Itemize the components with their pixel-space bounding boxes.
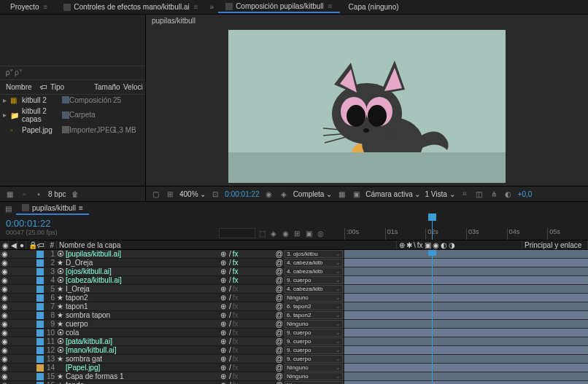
layer-row[interactable]: ◉13★sombra gat	[0, 355, 219, 364]
zoom-dropdown[interactable]: 400% ⌄	[179, 190, 206, 198]
project-item[interactable]: ▸📁kitbull 2 capasCarpeta	[0, 106, 145, 125]
layer-label[interactable]	[36, 338, 44, 345]
layer-row[interactable]: ◉11⦿[pata/kitbull.ai]	[0, 337, 219, 346]
layer-track[interactable]	[344, 302, 588, 311]
visibility-toggle[interactable]: ◉	[0, 267, 9, 275]
time-ruler[interactable]: :00s01s02s03s04s05s	[344, 228, 588, 240]
layer-row[interactable]: ◉14[Papel.jpg]	[0, 364, 219, 372]
layer-label[interactable]	[36, 277, 44, 284]
views-dropdown[interactable]: 1 Vista ⌄	[425, 190, 454, 198]
layer-row[interactable]: ◉6★tapon2	[0, 294, 219, 302]
layer-label[interactable]	[36, 347, 44, 354]
mask-toggle-icon[interactable]: ▢	[150, 189, 160, 199]
parent-dropdown[interactable]: Ninguno	[285, 320, 343, 328]
layer-track[interactable]	[344, 337, 588, 346]
layer-row[interactable]: ◉16★fondo	[0, 381, 219, 384]
pickwhip-icon[interactable]: @	[276, 381, 283, 384]
comp-icon[interactable]: ▪	[34, 189, 44, 199]
pickwhip-icon[interactable]: @	[276, 294, 283, 302]
layer-row[interactable]: ◉5★I_Oreja	[0, 285, 219, 294]
playhead[interactable]	[432, 215, 433, 240]
frame-blend-icon[interactable]: ◈	[268, 228, 279, 238]
transparency-icon[interactable]: ▦	[336, 189, 347, 199]
layer-label[interactable]	[36, 251, 44, 258]
exposure-value[interactable]: +0,0	[518, 190, 533, 198]
visibility-toggle[interactable]: ◉	[0, 329, 9, 337]
visibility-toggle[interactable]: ◉	[0, 364, 9, 372]
timeline-tab[interactable]: pupilas/kitbull≡	[16, 203, 89, 215]
layer-row[interactable]: ◉15★Capa de formas 1	[0, 372, 219, 381]
snapshot-icon[interactable]: ◉	[264, 189, 274, 199]
layer-row[interactable]: ◉7★tapon1	[0, 302, 219, 311]
visibility-toggle[interactable]: ◉	[0, 294, 9, 302]
pixel-icon[interactable]: ◫	[474, 189, 484, 199]
col-velocity[interactable]: Veloci	[120, 82, 142, 93]
layer-row[interactable]: ◉2★D_Oreja	[0, 259, 219, 267]
layer-track[interactable]	[344, 285, 588, 294]
visibility-toggle[interactable]: ◉	[0, 381, 9, 384]
col-name[interactable]: Nombre	[3, 82, 37, 93]
layer-track[interactable]	[344, 346, 588, 355]
visibility-toggle[interactable]: ◉	[0, 259, 9, 267]
parent-dropdown[interactable]: Ninguno	[285, 372, 343, 380]
layer-label[interactable]	[36, 321, 44, 328]
visibility-toggle[interactable]: ◉	[0, 276, 9, 284]
parent-dropdown[interactable]: 6. tapon2	[285, 311, 343, 319]
layer-track[interactable]	[344, 355, 588, 364]
layer-row[interactable]: ◉12⦿[mano/kitbull.ai]	[0, 346, 219, 355]
visibility-toggle[interactable]: ◉	[0, 355, 9, 363]
parent-dropdown[interactable]: Ninguno	[285, 364, 343, 372]
visibility-toggle[interactable]: ◉	[0, 320, 9, 328]
pickwhip-icon[interactable]: @	[276, 302, 283, 310]
layer-track[interactable]	[344, 267, 588, 276]
pickwhip-icon[interactable]: @	[276, 355, 283, 363]
visibility-toggle[interactable]: ◉	[0, 337, 9, 345]
visibility-toggle[interactable]: ◉	[0, 302, 9, 310]
visibility-toggle[interactable]: ◉	[0, 285, 9, 293]
layer-label[interactable]	[36, 268, 44, 275]
folder-icon[interactable]: ▫	[19, 189, 29, 199]
current-time[interactable]: 0:00:01:22	[225, 190, 259, 198]
roi-icon[interactable]: ◈	[279, 189, 289, 199]
visibility-toggle[interactable]: ◉	[0, 346, 9, 354]
layer-track[interactable]	[344, 329, 588, 337]
layer-label[interactable]	[36, 356, 44, 363]
layer-row[interactable]: ◉1⦿[pupilas/kitbull.ai]	[0, 250, 219, 259]
parent-dropdown[interactable]: 9. cuerpo	[285, 355, 343, 363]
grid-icon[interactable]: ⊞	[165, 189, 175, 199]
timeline-search[interactable]	[219, 228, 255, 238]
aspect-icon[interactable]: ⊡	[210, 189, 220, 199]
parent-dropdown[interactable]: 6. tapon2	[285, 302, 343, 310]
pickwhip-icon[interactable]: @	[276, 259, 283, 267]
layer-label[interactable]	[36, 286, 44, 293]
timecode[interactable]: 0:00:01:22	[6, 218, 213, 229]
layer-label[interactable]	[36, 373, 44, 380]
layer-track[interactable]	[344, 250, 588, 259]
col-type[interactable]: Tipo	[47, 82, 91, 93]
project-item[interactable]: ▸▦kitbull 2Composición25	[0, 95, 145, 106]
pickwhip-icon[interactable]: @	[276, 364, 283, 372]
layer-row[interactable]: ◉9★cuerpo	[0, 320, 219, 329]
layer-label[interactable]	[36, 294, 44, 302]
tab-project[interactable]: Proyecto≡	[3, 1, 55, 12]
shy-icon[interactable]: ⬚	[257, 228, 267, 238]
layer-track[interactable]	[344, 259, 588, 267]
layer-track[interactable]	[344, 294, 588, 302]
motion-blur-icon[interactable]: ◉	[280, 228, 290, 238]
3d-icon[interactable]: ▣	[351, 189, 361, 199]
pickwhip-icon[interactable]: @	[276, 372, 283, 380]
tracks-area[interactable]	[344, 250, 588, 384]
close-icon[interactable]: ≡	[43, 3, 47, 11]
parent-dropdown[interactable]: Ninguno	[285, 294, 343, 302]
layer-track[interactable]	[344, 364, 588, 372]
layer-label[interactable]	[36, 303, 44, 310]
tab-composition[interactable]: Composición pupilas/kitbull≡	[218, 1, 339, 13]
graph-icon[interactable]: ⊞	[292, 228, 302, 238]
pickwhip-icon[interactable]: @	[276, 329, 283, 337]
layer-label[interactable]	[36, 329, 44, 337]
parent-dropdown[interactable]: 4. cabeza/kitb	[285, 285, 343, 293]
parent-dropdown[interactable]: 4. cabeza/kitb	[285, 259, 343, 267]
pickwhip-icon[interactable]: @	[276, 285, 283, 293]
layer-label[interactable]	[36, 364, 44, 372]
pickwhip-icon[interactable]: @	[276, 311, 283, 319]
